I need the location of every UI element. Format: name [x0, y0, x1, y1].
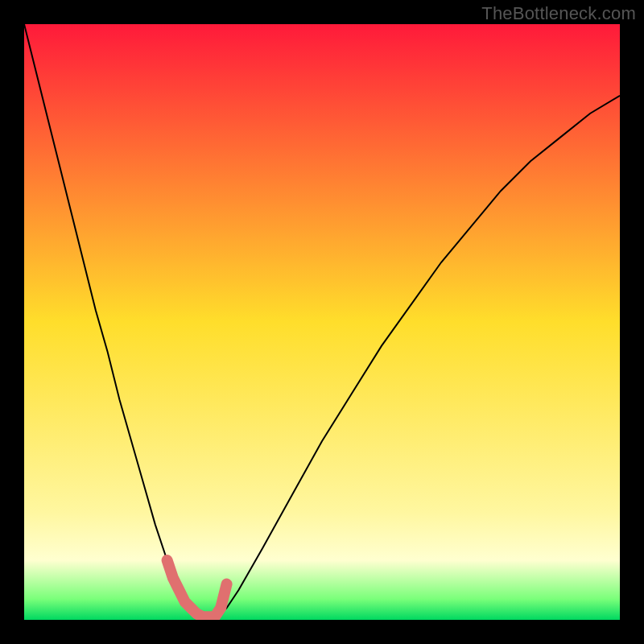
- chart-svg: [24, 24, 620, 620]
- plot-area: [24, 24, 620, 620]
- watermark-text: TheBottleneck.com: [481, 3, 636, 24]
- gradient-background: [24, 24, 620, 620]
- chart-container: TheBottleneck.com: [0, 0, 644, 644]
